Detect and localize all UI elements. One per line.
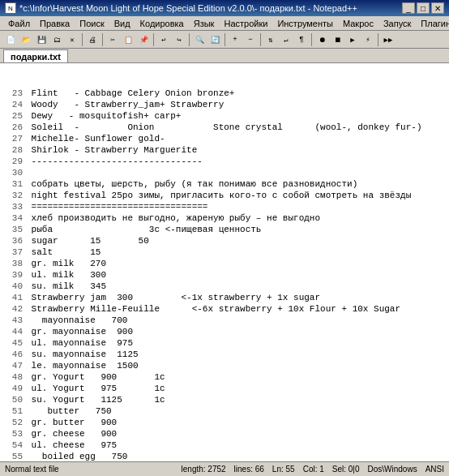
line-text: собрать цветы, шерсть, рыбу (я так поним… xyxy=(26,178,446,190)
table-row: 54 ul. cheese 975 xyxy=(3,440,446,451)
save-button[interactable]: 💾 xyxy=(34,32,49,47)
replace-button[interactable]: 🔄 xyxy=(207,32,222,47)
undo-button[interactable]: ↩ xyxy=(156,32,171,47)
menu-bar: Файл Правка Поиск Вид Кодировка Язык Нас… xyxy=(0,16,449,31)
line-text: gr. Yogurt 900 1c xyxy=(26,371,446,383)
toolbar-separator-7 xyxy=(311,33,312,46)
table-row: 53 gr. cheese 900 xyxy=(3,428,446,440)
close-button[interactable]: ✕ xyxy=(65,32,79,47)
table-row: 36 sugar 15 50 xyxy=(3,235,446,247)
new-button[interactable]: 📄 xyxy=(3,32,18,47)
table-row: 41 Strawberry jam 300 <-1x strawberry + … xyxy=(3,292,446,303)
find-button[interactable]: 🔍 xyxy=(192,32,207,47)
menu-plugins[interactable]: Плагины xyxy=(416,17,449,30)
redo-button[interactable]: ↪ xyxy=(172,32,186,47)
table-row: 28 Shirlok - Strawberry Marguerite xyxy=(3,144,446,156)
menu-edit[interactable]: Правка xyxy=(35,17,75,30)
toolbar-separator-3 xyxy=(153,33,154,46)
line-number: 43 xyxy=(3,315,23,326)
line-text xyxy=(26,167,446,178)
line-text: salt 15 xyxy=(26,247,446,258)
table-row: 44 gr. mayonnaise 900 xyxy=(3,326,446,337)
line-number: 52 xyxy=(3,417,23,428)
menu-language[interactable]: Язык xyxy=(189,17,220,30)
macro-record-button[interactable]: ⏺ xyxy=(314,32,329,47)
line-number: 55 xyxy=(3,451,23,461)
line-number: 34 xyxy=(3,212,23,224)
status-ansi: ANSI xyxy=(425,465,444,474)
line-text: su. milk 345 xyxy=(26,281,446,292)
status-col: Col: 1 xyxy=(303,465,324,474)
cut-button[interactable]: ✂ xyxy=(105,32,120,47)
title-bar-left: N *c:\Infor\Harvest Moon Light of Hope S… xyxy=(5,2,357,14)
status-left: Normal text file xyxy=(5,465,59,474)
menu-encoding[interactable]: Кодировка xyxy=(135,17,189,30)
line-number: 47 xyxy=(3,360,23,371)
tab-bar: подарки.txt xyxy=(0,49,449,63)
menu-macro[interactable]: Макрос xyxy=(338,17,378,30)
save-all-button[interactable]: 🗂 xyxy=(49,32,64,47)
close-button[interactable]: ✕ xyxy=(431,2,444,14)
minimize-button[interactable]: _ xyxy=(402,2,415,14)
line-number: 45 xyxy=(3,337,23,349)
macro-run-button[interactable]: ⚡ xyxy=(361,32,375,47)
line-number: 38 xyxy=(3,258,23,269)
status-ln: Ln: 55 xyxy=(272,465,295,474)
run-button[interactable]: ▶▶ xyxy=(381,32,396,47)
line-number: 41 xyxy=(3,292,23,303)
menu-tools[interactable]: Инструменты xyxy=(272,17,338,30)
maximize-button[interactable]: □ xyxy=(417,2,430,14)
paste-button[interactable]: 📌 xyxy=(136,32,151,47)
table-row: 38 gr. milk 270 xyxy=(3,258,446,269)
open-button[interactable]: 📂 xyxy=(19,32,33,47)
table-row: 50 su. Yogurt 1125 1c xyxy=(3,394,446,405)
print-button[interactable]: 🖨 xyxy=(85,32,100,47)
menu-view[interactable]: Вид xyxy=(109,17,135,30)
toolbar-separator-1 xyxy=(82,33,83,46)
menu-file[interactable]: Файл xyxy=(3,17,35,30)
table-row: 32 night festival 25ро зимы, пригласить … xyxy=(3,190,446,201)
toolbar: 📄 📂 💾 🗂 ✕ 🖨 ✂ 📋 📌 ↩ ↪ 🔍 🔄 + − ⇅ ↵ ¶ ⏺ ⏹ … xyxy=(0,31,449,49)
menu-run[interactable]: Запуск xyxy=(378,17,416,30)
window-controls[interactable]: _ □ ✕ xyxy=(402,2,444,14)
copy-button[interactable]: 📋 xyxy=(121,32,135,47)
line-number: 39 xyxy=(3,269,23,281)
macro-play-button[interactable]: ▶ xyxy=(345,32,360,47)
line-text: sugar 15 50 xyxy=(26,235,446,247)
line-text: ul. Yogurt 975 1c xyxy=(26,383,446,394)
table-row: 40 su. milk 345 xyxy=(3,281,446,292)
line-number: 36 xyxy=(3,235,23,247)
all-chars-button[interactable]: ¶ xyxy=(294,32,309,47)
line-number: 53 xyxy=(3,428,23,440)
line-number: 32 xyxy=(3,190,23,201)
line-text: Michelle- Sunflower gold- xyxy=(26,133,446,144)
line-number: 23 xyxy=(3,88,23,99)
sync-scroll-button[interactable]: ⇅ xyxy=(263,32,278,47)
line-text: gr. mayonnaise 900 xyxy=(26,326,446,337)
line-number: 26 xyxy=(3,122,23,133)
editor-content[interactable]: 23 Flint - Cabbage Celery Onion bronze+2… xyxy=(0,63,449,461)
table-row: 37 salt 15 xyxy=(3,247,446,258)
zoom-in-button[interactable]: + xyxy=(228,32,242,47)
line-text: Soleil - Onion Stone crystal (wool-, don… xyxy=(26,122,446,133)
tab-file[interactable]: подарки.txt xyxy=(3,49,68,62)
app-icon: N xyxy=(5,2,16,14)
toolbar-separator-2 xyxy=(102,33,103,46)
line-text: -------------------------------- xyxy=(26,156,446,167)
table-row: 49 ul. Yogurt 975 1c xyxy=(3,383,446,394)
menu-settings[interactable]: Настройки xyxy=(219,17,272,30)
window-title: *c:\Infor\Harvest Moon Light of Hope Spe… xyxy=(19,3,357,13)
status-lines: lines: 66 xyxy=(234,465,264,474)
table-row: 48 gr. Yogurt 900 1c xyxy=(3,371,446,383)
table-row: 33 ================================= xyxy=(3,201,446,212)
line-number: 54 xyxy=(3,440,23,451)
editor-container[interactable]: 23 Flint - Cabbage Celery Onion bronze+2… xyxy=(0,63,449,461)
line-text: su. mayonnaise 1125 xyxy=(26,349,446,360)
status-dos: Dos\Windows xyxy=(368,465,417,474)
menu-search[interactable]: Поиск xyxy=(75,17,109,30)
status-bar: Normal text file length: 2752 lines: 66 … xyxy=(0,461,449,476)
zoom-out-button[interactable]: − xyxy=(243,32,258,47)
line-number: 25 xyxy=(3,110,23,122)
macro-stop-button[interactable]: ⏹ xyxy=(330,32,344,47)
word-wrap-button[interactable]: ↵ xyxy=(279,32,293,47)
